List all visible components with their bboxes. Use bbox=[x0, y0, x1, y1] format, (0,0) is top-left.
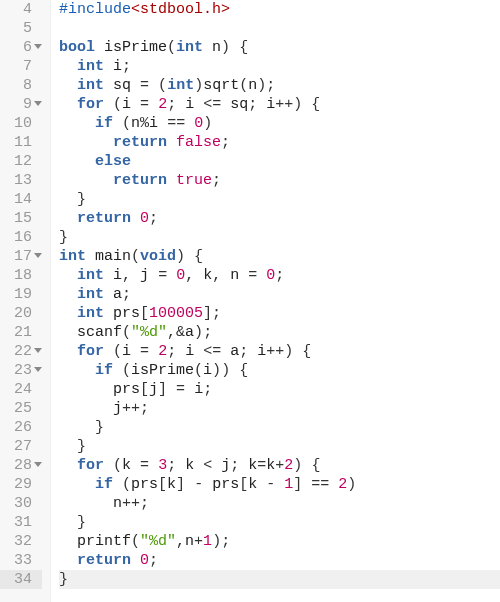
token-ident: i bbox=[122, 343, 131, 360]
token-punct: ; bbox=[221, 533, 230, 550]
token-ident: sq bbox=[113, 77, 131, 94]
whitespace bbox=[113, 115, 122, 132]
whitespace bbox=[59, 533, 77, 550]
line-number: 16 bbox=[0, 228, 42, 247]
whitespace bbox=[104, 305, 113, 322]
token-ident: a bbox=[230, 343, 239, 360]
token-ident: i bbox=[113, 267, 122, 284]
code-line[interactable]: } bbox=[59, 418, 500, 437]
token-punct: ; bbox=[122, 58, 131, 75]
code-line[interactable] bbox=[59, 19, 500, 38]
whitespace bbox=[185, 115, 194, 132]
token-punct: ( bbox=[194, 362, 203, 379]
whitespace bbox=[59, 476, 95, 493]
token-punct: ] bbox=[158, 381, 167, 398]
code-area[interactable]: #include<stdbool.h>bool isPrime(int n) {… bbox=[51, 0, 500, 602]
token-punct: ] bbox=[176, 476, 185, 493]
token-num: 3 bbox=[158, 457, 167, 474]
line-number: 27 bbox=[0, 437, 42, 456]
code-line[interactable]: scanf("%d",&a); bbox=[59, 323, 500, 342]
token-punct: ) bbox=[212, 533, 221, 550]
code-line[interactable]: for (i = 2; i <= a; i++) { bbox=[59, 342, 500, 361]
token-ident: i bbox=[203, 362, 212, 379]
code-line[interactable]: prs[j] = i; bbox=[59, 380, 500, 399]
line-number: 19 bbox=[0, 285, 42, 304]
whitespace bbox=[104, 457, 113, 474]
code-line[interactable]: int sq = (int)sqrt(n); bbox=[59, 76, 500, 95]
whitespace bbox=[59, 286, 77, 303]
code-line[interactable]: j++; bbox=[59, 399, 500, 418]
code-line[interactable]: return 0; bbox=[59, 551, 500, 570]
whitespace bbox=[185, 381, 194, 398]
code-line[interactable]: return false; bbox=[59, 133, 500, 152]
code-line[interactable]: int i, j = 0, k, n = 0; bbox=[59, 266, 500, 285]
token-punct: } bbox=[95, 419, 104, 436]
code-line[interactable]: return true; bbox=[59, 171, 500, 190]
whitespace bbox=[59, 438, 77, 455]
line-number-fold[interactable]: 23 bbox=[0, 361, 42, 380]
line-number-fold[interactable]: 17 bbox=[0, 247, 42, 266]
token-keyword: for bbox=[77, 457, 104, 474]
whitespace bbox=[104, 286, 113, 303]
code-line[interactable]: for (i = 2; i <= sq; i++) { bbox=[59, 95, 500, 114]
line-number-fold[interactable]: 28 bbox=[0, 456, 42, 475]
token-func: isPrime bbox=[104, 39, 167, 56]
whitespace bbox=[131, 267, 140, 284]
code-line[interactable]: int i; bbox=[59, 57, 500, 76]
token-punct: ; bbox=[149, 210, 158, 227]
token-punct: } bbox=[77, 514, 86, 531]
whitespace bbox=[293, 343, 302, 360]
token-type: void bbox=[140, 248, 176, 265]
token-punct: , bbox=[185, 267, 194, 284]
code-line[interactable]: int a; bbox=[59, 285, 500, 304]
token-num: 2 bbox=[338, 476, 347, 493]
code-line[interactable]: } bbox=[59, 437, 500, 456]
token-op: % bbox=[140, 115, 149, 132]
code-line[interactable]: else bbox=[59, 152, 500, 171]
code-line[interactable]: return 0; bbox=[59, 209, 500, 228]
code-line[interactable]: for (k = 3; k < j; k=k+2) { bbox=[59, 456, 500, 475]
token-type: bool bbox=[59, 39, 95, 56]
code-line[interactable]: } bbox=[59, 228, 500, 247]
code-line[interactable]: if (isPrime(i)) { bbox=[59, 361, 500, 380]
token-ident: k bbox=[167, 476, 176, 493]
token-ident: sq bbox=[230, 96, 248, 113]
token-keyword: return bbox=[77, 210, 131, 227]
code-line[interactable]: #include<stdbool.h> bbox=[59, 0, 500, 19]
line-number-fold[interactable]: 22 bbox=[0, 342, 42, 361]
code-line[interactable]: n++; bbox=[59, 494, 500, 513]
whitespace bbox=[131, 96, 140, 113]
whitespace bbox=[59, 552, 77, 569]
line-number-fold[interactable]: 9 bbox=[0, 95, 42, 114]
code-line[interactable]: if (prs[k] - prs[k - 1] == 2) bbox=[59, 475, 500, 494]
token-ident: k bbox=[203, 267, 212, 284]
whitespace bbox=[230, 39, 239, 56]
code-line[interactable]: } bbox=[59, 570, 500, 589]
code-line[interactable]: } bbox=[59, 513, 500, 532]
line-number: 8 bbox=[0, 76, 42, 95]
code-line[interactable]: int main(void) { bbox=[59, 247, 500, 266]
token-punct: ; bbox=[167, 457, 176, 474]
token-num: 1 bbox=[203, 533, 212, 550]
whitespace bbox=[104, 343, 113, 360]
whitespace bbox=[104, 58, 113, 75]
code-editor[interactable]: 4567891011121314151617181920212223242526… bbox=[0, 0, 500, 602]
line-number-gutter[interactable]: 4567891011121314151617181920212223242526… bbox=[0, 0, 51, 602]
code-line[interactable]: } bbox=[59, 190, 500, 209]
code-line[interactable]: int prs[100005]; bbox=[59, 304, 500, 323]
token-keyword: return bbox=[113, 172, 167, 189]
whitespace bbox=[158, 115, 167, 132]
line-number: 25 bbox=[0, 399, 42, 418]
token-punct: ) bbox=[176, 248, 185, 265]
line-number-fold[interactable]: 6 bbox=[0, 38, 42, 57]
token-punct: } bbox=[77, 191, 86, 208]
code-line[interactable]: printf("%d",n+1); bbox=[59, 532, 500, 551]
code-line[interactable]: bool isPrime(int n) { bbox=[59, 38, 500, 57]
line-number: 18 bbox=[0, 266, 42, 285]
whitespace bbox=[194, 96, 203, 113]
whitespace bbox=[194, 267, 203, 284]
whitespace bbox=[275, 476, 284, 493]
code-line[interactable]: if (n%i == 0) bbox=[59, 114, 500, 133]
whitespace bbox=[131, 457, 140, 474]
token-num: 0 bbox=[266, 267, 275, 284]
